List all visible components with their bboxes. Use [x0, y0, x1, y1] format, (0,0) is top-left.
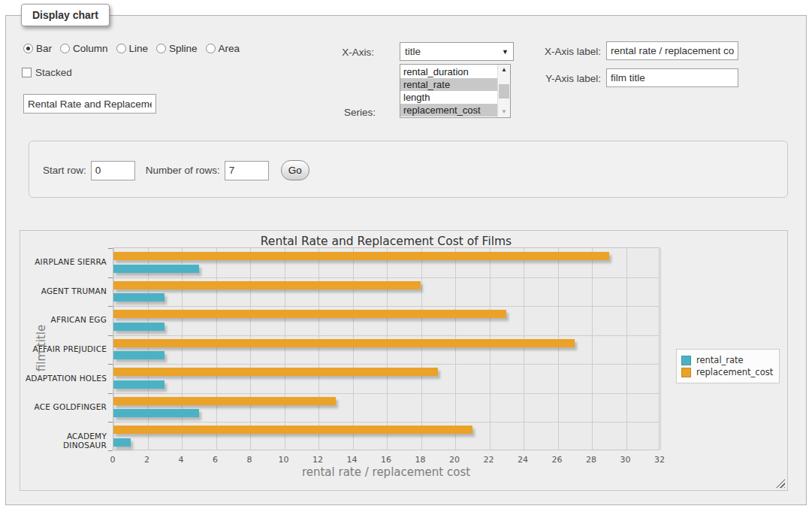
chart-type-radio-group: BarColumnLineSplineArea [23, 43, 248, 54]
category-label: AIRPLANE SIERRA [22, 257, 107, 266]
gridline [113, 422, 659, 423]
x-axis-tick-label: 4 [170, 455, 192, 465]
radio-label: Area [219, 43, 240, 54]
x-axis-tick-label: 0 [101, 455, 124, 465]
legend-item-replacement-cost: replacement_cost [681, 367, 773, 377]
number-of-rows-input[interactable] [225, 161, 269, 180]
category-label: AFRICAN EGG [22, 315, 107, 324]
category-label: ACADEMY DINOSAUR [22, 432, 107, 450]
x-axis-label-input[interactable] [606, 41, 738, 60]
bar-rental-rate [113, 438, 131, 447]
legend-item-rental-rate: rental_rate [681, 355, 773, 365]
stacked-checkbox-row[interactable]: Stacked [22, 67, 72, 78]
radio-icon[interactable] [206, 44, 216, 53]
chart-title-input[interactable] [23, 94, 156, 114]
category-label: AFFAIR PREJUDICE [22, 344, 107, 353]
radio-icon[interactable] [23, 44, 33, 53]
chart-type-radio-area[interactable]: Area [206, 43, 240, 54]
x-axis-tick-label: 8 [238, 455, 261, 465]
y-axis-tick [108, 364, 113, 365]
chart-legend: rental_ratereplacement_cost [676, 349, 780, 383]
radio-icon[interactable] [60, 44, 70, 53]
chart-type-radio-line[interactable]: Line [116, 43, 149, 54]
plot-area [113, 247, 660, 450]
chart-type-radio-column[interactable]: Column [60, 43, 108, 54]
chart-title: Rental Rate and Replacement Cost of Film… [113, 235, 660, 248]
start-row-input[interactable] [91, 161, 135, 180]
x-axis-tick-label: 32 [648, 455, 671, 465]
scrollbar-thumb[interactable] [499, 84, 509, 98]
radio-label: Column [73, 43, 108, 54]
rows-form: Start row: Number of rows: Go [29, 141, 788, 198]
x-axis-tick-label: 22 [478, 455, 500, 465]
gridline [353, 248, 354, 450]
gridline [490, 248, 491, 450]
legend-swatch [681, 368, 691, 377]
series-option-replacement_cost[interactable]: replacement_cost [400, 104, 497, 117]
go-button[interactable]: Go [281, 160, 309, 180]
stacked-label: Stacked [35, 67, 72, 78]
y-axis-tick [108, 450, 113, 451]
gridline [626, 248, 627, 450]
bar-replacement-cost [113, 281, 421, 289]
x-axis-tick-label: 24 [512, 455, 534, 465]
bar-replacement-cost [113, 310, 506, 318]
chart-x-axis-title: rental rate / replacement cost [113, 465, 660, 479]
x-axis-tick-label: 6 [204, 455, 227, 465]
series-option-length[interactable]: length [400, 91, 497, 104]
radio-label: Bar [36, 43, 52, 54]
x-axis-tick-label: 10 [273, 455, 295, 465]
resize-grip-icon[interactable] [776, 479, 785, 488]
chart-type-radio-bar[interactable]: Bar [23, 43, 52, 54]
legend-swatch [681, 356, 691, 365]
gridline [660, 248, 661, 450]
gridline [216, 248, 217, 450]
legend-label: rental_rate [696, 355, 744, 365]
gridline [113, 306, 659, 307]
chart-container: Rental Rate and Replacement Cost of Film… [20, 230, 788, 491]
gridline [148, 248, 149, 450]
chart-type-radio-spline[interactable]: Spline [156, 43, 198, 54]
bar-rental-rate [113, 351, 165, 359]
radio-label: Line [129, 43, 149, 54]
category-label: AGENT TRUMAN [22, 286, 107, 295]
bar-rental-rate [113, 265, 199, 273]
gridline [455, 248, 456, 450]
gridline [182, 248, 183, 450]
x-axis-tick-label: 2 [136, 455, 158, 465]
start-row-label: Start row: [43, 165, 86, 176]
y-axis-tick [108, 393, 113, 394]
bar-replacement-cost [113, 426, 472, 434]
radio-icon[interactable] [156, 44, 166, 53]
scroll-down-icon[interactable]: ▼ [498, 107, 510, 117]
bar-rental-rate [113, 323, 165, 331]
category-label: ACE GOLDFINGER [22, 402, 107, 411]
gridline [113, 364, 659, 365]
x-axis-tick-label: 30 [614, 455, 637, 465]
x-axis-tick-label: 26 [546, 455, 569, 465]
number-of-rows-label: Number of rows: [146, 165, 220, 176]
x-axis-tick-label: 16 [375, 455, 397, 465]
gridline [524, 248, 524, 450]
y-axis-tick [108, 248, 113, 249]
category-label: ADAPTATION HOLES [22, 374, 107, 383]
radio-label: Spline [169, 43, 198, 54]
gridline [318, 248, 319, 450]
x-axis-tick-label: 28 [580, 455, 602, 465]
x-axis-tick-label: 18 [409, 455, 432, 465]
y-axis-tick [108, 335, 113, 336]
y-axis-label-input[interactable] [606, 68, 738, 87]
legend-label: replacement_cost [696, 367, 773, 377]
gridline [592, 248, 593, 450]
gridline [558, 248, 559, 450]
x-axis-label-caption: X-Axis label: [469, 46, 601, 57]
x-axis-caption: X-Axis: [303, 47, 374, 58]
gridline [113, 393, 659, 394]
x-axis-tick-label: 12 [306, 455, 329, 465]
bar-replacement-cost [113, 368, 438, 376]
gridline [113, 248, 114, 450]
radio-icon[interactable] [116, 44, 126, 53]
series-listbox[interactable]: rental_durationrental_ratelengthreplacem… [400, 64, 511, 118]
stacked-checkbox[interactable] [22, 68, 32, 77]
x-axis-tick-label: 20 [443, 455, 466, 465]
